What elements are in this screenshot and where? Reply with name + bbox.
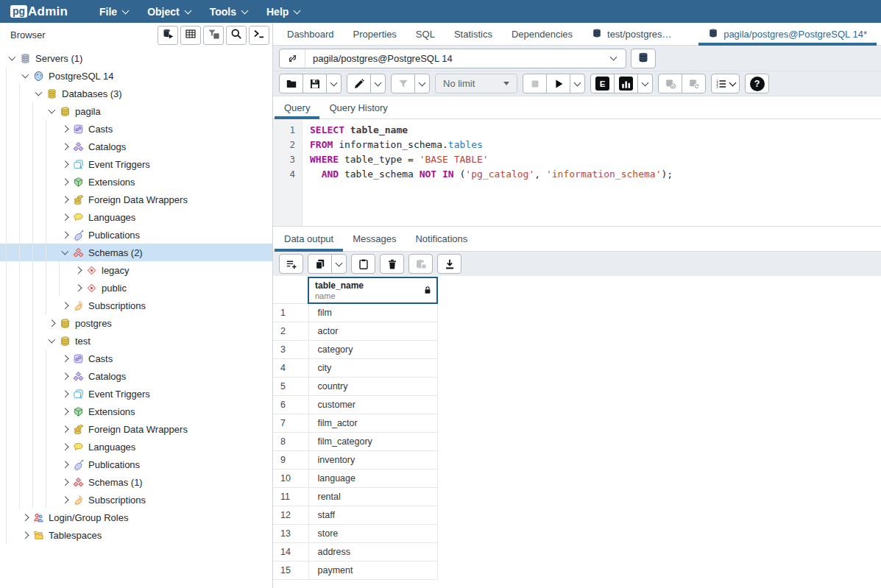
tree-item-event-triggers[interactable]: Event Triggers (0, 385, 272, 403)
pgadmin-logo[interactable]: pg Admin (10, 4, 68, 19)
chevron-down-button[interactable] (637, 74, 653, 93)
row-number-cell[interactable]: 13 (273, 525, 308, 543)
tree-item-servers-1[interactable]: Servers (1) (0, 49, 272, 67)
chevron-right-icon[interactable] (59, 427, 71, 432)
add-row-button[interactable] (279, 254, 303, 274)
chevron-down-icon[interactable] (59, 251, 71, 254)
save-button[interactable] (302, 74, 327, 93)
chevron-right-icon[interactable] (59, 409, 71, 414)
menu-object[interactable]: Object (138, 2, 200, 21)
row-value-cell[interactable]: address (308, 543, 437, 562)
tree-item-test[interactable]: test (0, 332, 272, 350)
chevron-right-icon[interactable] (59, 497, 71, 503)
chevron-right-icon[interactable] (59, 197, 71, 202)
tab-data-output[interactable]: Data output (275, 227, 343, 251)
explain-analyze-button[interactable] (614, 74, 638, 93)
chevron-down-icon[interactable] (19, 74, 31, 77)
row-number-cell[interactable]: 10 (273, 470, 308, 488)
row-value-cell[interactable]: film_actor (308, 414, 437, 433)
chevron-right-icon[interactable] (19, 533, 31, 538)
tab-dashboard[interactable]: Dashboard (277, 23, 344, 45)
tree-item-foreign-data-wrappers[interactable]: Foreign Data Wrappers (0, 420, 272, 438)
row-value-cell[interactable]: category (308, 341, 437, 359)
row-value-cell[interactable]: staff (308, 506, 437, 525)
query-tool-button[interactable] (158, 26, 178, 45)
row-number-cell[interactable]: 12 (273, 506, 308, 525)
tree-item-pagila[interactable]: pagila (0, 102, 272, 120)
sql-editor[interactable]: 1234 SELECT table_nameFROM information_s… (273, 119, 881, 227)
filter-button[interactable] (391, 74, 415, 93)
row-number-cell[interactable]: 5 (273, 378, 308, 396)
tree-item-catalogs[interactable]: Catalogs (0, 138, 272, 155)
paste-button[interactable] (351, 254, 375, 274)
row-number-cell[interactable]: 7 (273, 414, 308, 433)
row-number-cell[interactable]: 9 (273, 451, 308, 470)
menu-help[interactable]: Help (257, 2, 309, 21)
tab-query[interactable]: Query (275, 96, 319, 118)
chevron-right-icon[interactable] (59, 215, 71, 220)
chevron-right-icon[interactable] (59, 233, 71, 238)
tab-messages[interactable]: Messages (343, 227, 406, 251)
tab-properties[interactable]: Properties (344, 23, 406, 45)
search-objects-button[interactable] (226, 26, 247, 45)
new-connection-button[interactable] (631, 49, 656, 68)
folder-open-button[interactable] (279, 74, 303, 93)
psql-tool-button[interactable] (249, 26, 269, 45)
chevron-right-icon[interactable] (59, 480, 71, 485)
chevron-right-icon[interactable] (59, 444, 71, 450)
tab-notifications[interactable]: Notifications (406, 227, 477, 251)
chevron-down-icon[interactable] (46, 110, 57, 113)
row-value-cell[interactable]: store (308, 525, 437, 543)
tree-item-subscriptions[interactable]: Subscriptions (0, 297, 272, 314)
play-button[interactable] (546, 74, 570, 93)
explain-button[interactable]: E (590, 74, 615, 93)
chevron-right-icon[interactable] (59, 462, 71, 467)
grid-corner-cell[interactable] (273, 277, 308, 303)
chevron-right-icon[interactable] (59, 144, 71, 149)
chevron-down-button[interactable] (414, 74, 430, 93)
row-number-cell[interactable]: 14 (273, 543, 308, 562)
row-value-cell[interactable]: country (308, 378, 437, 396)
row-number-cell[interactable]: 6 (273, 396, 308, 414)
tree-item-catalogs[interactable]: Catalogs (0, 367, 272, 385)
commit-button[interactable] (658, 74, 682, 93)
tab-statistics[interactable]: Statistics (445, 23, 502, 45)
row-value-cell[interactable]: customer (308, 396, 437, 414)
tree-item-casts[interactable]: Casts (0, 120, 272, 138)
row-value-cell[interactable]: film_category (308, 433, 437, 451)
row-number-cell[interactable]: 2 (273, 322, 308, 341)
delete-button[interactable] (380, 254, 404, 274)
chevron-down-button[interactable] (331, 254, 347, 274)
copy-button[interactable] (308, 254, 332, 274)
chevron-right-icon[interactable] (46, 321, 57, 326)
tree-item-event-triggers[interactable]: Event Triggers (0, 155, 272, 173)
chevron-down-icon[interactable] (6, 57, 18, 60)
help-button[interactable]: ? (745, 74, 769, 93)
row-number-cell[interactable]: 15 (273, 562, 308, 580)
tree-item-casts[interactable]: Casts (0, 350, 272, 367)
chevron-right-icon[interactable] (72, 268, 84, 273)
chevron-down-icon[interactable] (32, 92, 44, 95)
tree-item-publications[interactable]: Publications (0, 226, 272, 244)
tree-item-extensions[interactable]: Extensions (0, 403, 272, 420)
tree-item-login-group-roles[interactable]: Login/Group Roles (0, 509, 272, 526)
column-header-table-name[interactable]: table_name name (308, 277, 437, 303)
tab-pagila-postgres-postgresql-14[interactable]: pagila/postgres@PostgreSQL 14* (698, 23, 877, 45)
chevron-right-icon[interactable] (59, 374, 71, 379)
chevron-right-icon[interactable] (59, 162, 71, 167)
tree-item-languages[interactable]: Languages (0, 208, 272, 226)
row-number-cell[interactable]: 3 (273, 341, 308, 359)
row-value-cell[interactable]: inventory (308, 451, 437, 470)
chevron-down-button[interactable] (326, 74, 342, 93)
rollback-button[interactable] (682, 74, 706, 93)
tree-item-foreign-data-wrappers[interactable]: Foreign Data Wrappers (0, 191, 272, 208)
row-value-cell[interactable]: city (308, 359, 437, 378)
tab-query-history[interactable]: Query History (319, 96, 397, 118)
row-value-cell[interactable]: film (308, 303, 437, 322)
tree-item-tablespaces[interactable]: Tablespaces (0, 526, 272, 544)
tree-item-extensions[interactable]: Extensions (0, 173, 272, 191)
chevron-right-icon[interactable] (59, 356, 71, 361)
chevron-right-icon[interactable] (72, 286, 84, 291)
chevron-down-button[interactable] (370, 74, 386, 93)
row-number-cell[interactable]: 11 (273, 488, 308, 506)
